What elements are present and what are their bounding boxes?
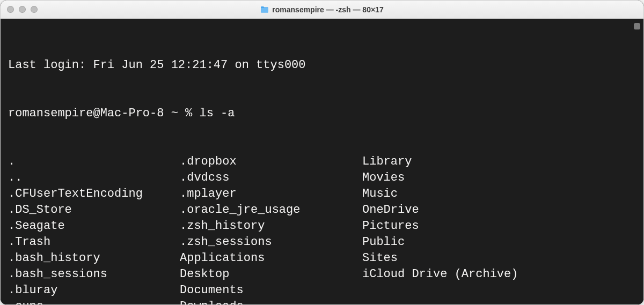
scroll-thumb-icon[interactable] bbox=[634, 23, 640, 29]
ls-entry: .bash_sessions bbox=[8, 266, 180, 282]
ls-entry: Pictures bbox=[362, 218, 638, 234]
ls-entry: Applications bbox=[180, 250, 362, 266]
ls-entry: .bluray bbox=[8, 282, 180, 299]
zoom-icon[interactable] bbox=[31, 6, 38, 13]
command-text: ls -a bbox=[199, 107, 235, 120]
ls-entry: .zsh_sessions bbox=[180, 234, 362, 250]
ls-entry: OneDrive bbox=[362, 202, 638, 218]
ls-entry: Desktop bbox=[180, 266, 362, 282]
ls-entry: .zsh_history bbox=[180, 218, 362, 234]
ls-entry: .bash_history bbox=[8, 250, 180, 266]
ls-entry bbox=[362, 299, 638, 304]
ls-entry: .Trash bbox=[8, 234, 180, 250]
terminal-output: Last login: Fri Jun 25 12:21:47 on ttys0… bbox=[8, 25, 638, 304]
ls-entry: Documents bbox=[180, 282, 362, 299]
scrollbar[interactable] bbox=[633, 22, 641, 301]
ls-entry: .mplayer bbox=[180, 186, 362, 202]
folder-icon bbox=[260, 6, 269, 13]
prompt-text: romansempire@Mac-Pro-8 ~ % bbox=[8, 107, 199, 120]
ls-entry: .. bbox=[8, 170, 180, 186]
ls-entry: .oracle_jre_usage bbox=[180, 202, 362, 218]
prompt-line-1: romansempire@Mac-Pro-8 ~ % ls -a bbox=[8, 106, 638, 122]
window-title-text: romansempire — -zsh — 80×17 bbox=[272, 5, 383, 14]
window-title: romansempire — -zsh — 80×17 bbox=[1, 5, 643, 14]
ls-entry: . bbox=[8, 154, 180, 170]
close-icon[interactable] bbox=[7, 6, 14, 13]
terminal-body[interactable]: Last login: Fri Jun 25 12:21:47 on ttys0… bbox=[1, 19, 643, 304]
ls-entry: Music bbox=[362, 186, 638, 202]
traffic-lights bbox=[7, 6, 38, 13]
ls-entry: .cups bbox=[8, 299, 180, 304]
ls-entry: .CFUserTextEncoding bbox=[8, 186, 180, 202]
ls-entry: .DS_Store bbox=[8, 202, 180, 218]
last-login-line: Last login: Fri Jun 25 12:21:47 on ttys0… bbox=[8, 57, 638, 73]
ls-entry bbox=[362, 282, 638, 299]
ls-entry: Sites bbox=[362, 250, 638, 266]
terminal-window: romansempire — -zsh — 80×17 Last login: … bbox=[0, 0, 644, 305]
ls-entry: iCloud Drive (Archive) bbox=[362, 266, 638, 282]
titlebar: romansempire — -zsh — 80×17 bbox=[1, 1, 643, 19]
ls-listing: ..dropboxLibrary...dvdcssMovies.CFUserTe… bbox=[8, 154, 638, 304]
ls-entry: .Seagate bbox=[8, 218, 180, 234]
ls-entry: .dropbox bbox=[180, 154, 362, 170]
ls-entry: Library bbox=[362, 154, 638, 170]
ls-entry: .dvdcss bbox=[180, 170, 362, 186]
ls-entry: Public bbox=[362, 234, 638, 250]
ls-entry: Movies bbox=[362, 170, 638, 186]
ls-entry: Downloads bbox=[180, 299, 362, 304]
minimize-icon[interactable] bbox=[19, 6, 26, 13]
